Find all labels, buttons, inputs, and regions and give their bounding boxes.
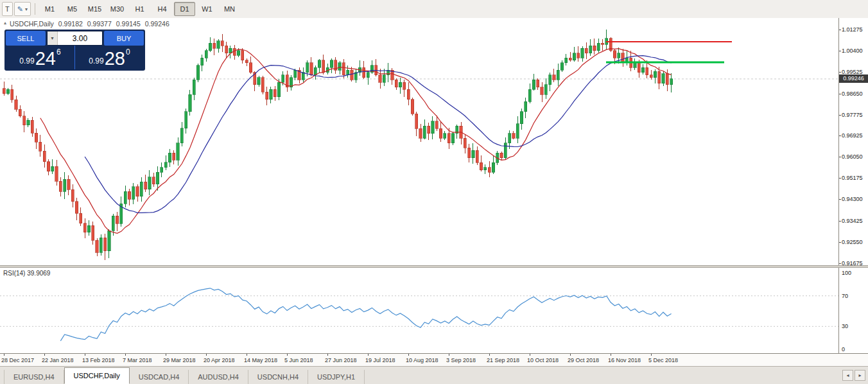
date-label: 13 Feb 2018 [82, 357, 115, 363]
tab-scroll-right-icon[interactable]: ▸ [855, 370, 865, 381]
tab-scroll-left-icon[interactable]: ◂ [842, 370, 853, 381]
buy-price[interactable]: 0.99 28 0 [75, 46, 144, 69]
price-scale-tick [839, 30, 841, 30]
toolbar: T ✎ ▾ M1 M5 M15 M30 H1 H4 D1 W1 MN [0, 0, 868, 19]
sell-price-big: 24 [35, 49, 56, 68]
date-axis-tick [408, 354, 409, 356]
date-label: 10 Oct 2018 [527, 357, 559, 363]
chart-tab-bar: EURUSD,H4 USDCHF,Daily USDCAD,H4 AUDUSD,… [0, 366, 868, 384]
price-scale-tick [839, 157, 841, 157]
date-label: 27 Jun 2018 [325, 357, 357, 363]
price-scale-label: 0.95175 [842, 175, 863, 181]
price-scale-tick [839, 221, 841, 222]
chevron-down-icon: ▾ [25, 6, 28, 12]
price-scale-tick [839, 242, 841, 243]
price-scale-label: 0.97775 [842, 112, 863, 118]
chart-ohlc-header: ▴ USDCHF,Daily 0.99182 0.99377 0.99145 0… [4, 20, 169, 28]
chart-symbol-label: USDCHF,Daily [10, 20, 54, 28]
collapse-icon: ▴ [4, 20, 6, 28]
buy-price-big: 28 [105, 49, 125, 68]
volume-dropdown-icon[interactable]: ▼ [48, 31, 58, 45]
sell-price[interactable]: 0.99 24 6 [6, 46, 75, 69]
price-scale[interactable]: 1.012751.004000.995250.986500.977750.969… [839, 18, 868, 265]
price-scale-label: 0.93425 [842, 218, 863, 224]
date-axis-tick [206, 354, 207, 356]
date-axis-tick [166, 354, 166, 356]
ohlc-close: 0.99246 [145, 20, 169, 28]
ohlc-open: 0.99182 [58, 20, 83, 28]
rsi-scale-label: 30 [842, 323, 848, 329]
candlestick-chart[interactable]: ▴ USDCHF,Daily 0.99182 0.99377 0.99145 0… [0, 18, 839, 265]
rsi-scale-label: 100 [842, 270, 851, 276]
price-scale-label: 1.01275 [842, 26, 863, 33]
date-label: 29 Oct 2018 [568, 357, 599, 363]
price-scale-label: 0.96050 [842, 153, 863, 160]
tab-usdjpy-h1[interactable]: USDJPY,H1 [308, 370, 365, 384]
date-axis-tick [287, 354, 288, 356]
price-scale-tick [839, 51, 841, 51]
pencil-icon: ✎ [17, 5, 23, 13]
price-scale-label: 0.92550 [842, 239, 863, 245]
price-scale-tick [839, 72, 841, 73]
date-label: 19 Jul 2018 [365, 357, 395, 363]
date-axis-tick [651, 354, 652, 356]
date-label: 10 Aug 2018 [406, 357, 438, 363]
one-click-trade-panel: SELL ▼ 3.00 BUY 0.99 24 6 0.99 28 0 [4, 30, 145, 71]
rsi-scale[interactable]: 10070300 [839, 268, 868, 353]
sell-button[interactable]: SELL [6, 31, 46, 46]
rsi-indicator-label: RSI(14) 39.9069 [3, 270, 50, 277]
draw-tools-button[interactable]: ✎ ▾ [14, 2, 31, 16]
date-axis[interactable]: 28 Dec 201722 Jan 201813 Feb 20187 Mar 2… [0, 353, 868, 366]
timeframe-m5-button[interactable]: M5 [62, 2, 83, 16]
tab-usdcad-h4[interactable]: USDCAD,H4 [130, 370, 189, 384]
timeframe-h1-button[interactable]: H1 [129, 2, 150, 16]
tab-scroll-arrows: ◂ ▸ [842, 370, 865, 381]
date-label: 20 Apr 2018 [204, 357, 235, 363]
price-scale-tick [839, 115, 841, 116]
buy-price-prefix: 0.99 [89, 57, 103, 65]
date-axis-tick [247, 354, 247, 356]
tab-audusd-h4[interactable]: AUDUSD,H4 [189, 370, 248, 384]
ohlc-low: 0.99145 [116, 20, 141, 28]
buy-button[interactable]: BUY [104, 31, 144, 46]
timeframe-m30-button[interactable]: M30 [107, 2, 128, 16]
tab-usdchf-daily[interactable]: USDCHF,Daily [64, 367, 130, 384]
volume-field[interactable]: ▼ 3.00 [47, 31, 103, 46]
sell-price-sup: 6 [56, 48, 61, 57]
date-axis-tick [530, 354, 530, 356]
date-axis-tick [449, 354, 449, 356]
price-scale-tick [839, 199, 841, 200]
date-axis-tick [570, 354, 571, 356]
timeframe-m15-button[interactable]: M15 [84, 2, 105, 16]
toolbar-separator [35, 3, 35, 15]
date-label: 28 Dec 2017 [1, 357, 34, 363]
timeframe-mn-button[interactable]: MN [219, 2, 240, 16]
mt4-window: { "icons": { "tool_t": "T", "pencil": "✎… [0, 0, 868, 384]
tab-eurusd-h4[interactable]: EURUSD,H4 [4, 370, 64, 384]
timeframe-d1-button[interactable]: D1 [174, 2, 195, 16]
date-label: 22 Jan 2018 [42, 357, 74, 363]
timeframe-h4-button[interactable]: H4 [152, 2, 173, 16]
date-label: 29 Mar 2018 [163, 357, 196, 363]
date-label: 16 Nov 2018 [608, 357, 641, 363]
date-label: 3 Sep 2018 [446, 357, 476, 363]
timeframe-m1-button[interactable]: M1 [39, 2, 60, 16]
price-scale-label: 0.94300 [842, 196, 863, 202]
chart-type-button[interactable]: T [2, 2, 13, 16]
tab-usdcnh-h4[interactable]: USDCNH,H4 [248, 370, 308, 384]
date-axis-tick [85, 354, 85, 356]
date-label: 7 Mar 2018 [123, 357, 152, 363]
volume-value[interactable]: 3.00 [58, 31, 102, 45]
ohlc-high: 0.99377 [87, 20, 112, 28]
date-axis-tick [125, 354, 126, 356]
price-scale-tick [839, 94, 841, 94]
rsi-chart[interactable]: RSI(14) 39.9069 [0, 268, 839, 353]
price-scale-label: 1.00400 [842, 48, 863, 54]
date-axis-tick [4, 354, 4, 356]
text-tool-icon: T [5, 5, 10, 13]
date-label: 5 Dec 2018 [648, 357, 678, 363]
date-axis-tick [327, 354, 328, 356]
timeframe-w1-button[interactable]: W1 [196, 2, 218, 16]
rsi-scale-label: 0 [842, 346, 845, 353]
main-chart-pane: ▴ USDCHF,Daily 0.99182 0.99377 0.99145 0… [0, 18, 868, 265]
